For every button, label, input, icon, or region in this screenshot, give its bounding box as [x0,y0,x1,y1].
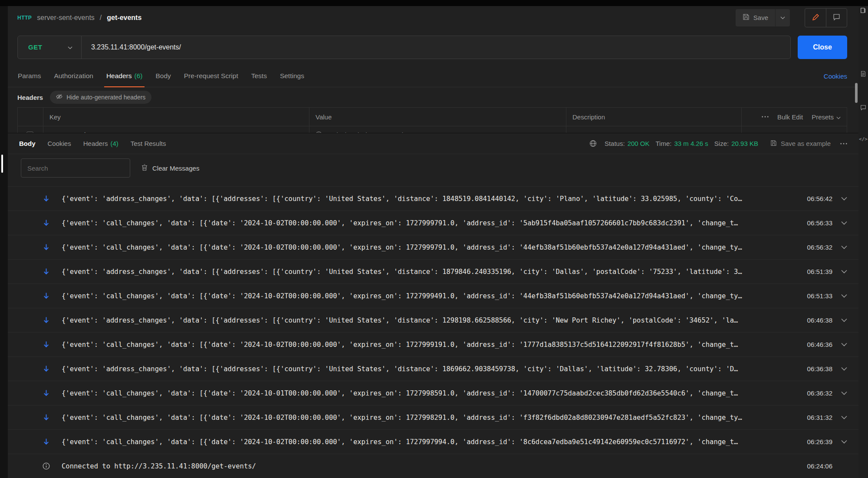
header-description-cell[interactable] [566,126,741,133]
comments-sidebar-icon[interactable] [860,104,867,111]
request-tab[interactable]: Authorization [47,65,99,87]
request-name[interactable]: get-events [107,14,141,22]
chevron-down-icon[interactable] [841,440,847,444]
headers-table: Key Value Description Bulk Edit Presets [17,107,847,133]
request-tab[interactable]: Params [11,65,47,87]
message-text: {'event': 'call_changes', 'data': [{'dat… [62,244,794,251]
request-tab[interactable]: Body [149,65,177,87]
chevron-down-icon[interactable] [841,343,847,346]
breadcrumb: HTTP server-sent-events / get-events [17,14,141,22]
response-tab[interactable]: Body [13,140,42,147]
response-panel: Body Cookies Headers (4) Test Res [8,133,858,478]
presets-label: Presets [812,113,834,121]
message-row[interactable]: {'event': 'call_changes', 'data': [{'dat… [8,429,858,454]
request-tab[interactable]: Settings [273,65,311,87]
message-row[interactable]: {'event': 'address_changes', 'data': [{'… [8,308,858,332]
response-tab[interactable]: Headers (4) [77,140,125,147]
tab-count: (4) [110,140,118,147]
request-tab[interactable]: Tests [245,65,273,87]
breadcrumb-separator: / [100,14,102,22]
chevron-down-icon[interactable] [841,294,847,298]
edit-comments-group [805,8,847,27]
message-row[interactable]: {'event': 'call_changes', 'data': [{'dat… [8,405,858,429]
message-row[interactable]: {'event': 'address_changes', 'data': [{'… [8,259,858,284]
chevron-down-icon[interactable] [841,221,847,225]
comments-button[interactable] [826,9,847,27]
presets-button[interactable]: Presets [812,113,841,121]
close-button[interactable]: Close [798,36,847,59]
headers-table-head: Key Value Description Bulk Edit Presets [18,108,847,126]
clear-messages-button[interactable]: Clear Messages [141,164,199,172]
response-tab[interactable]: Cookies [42,140,77,147]
cookies-link[interactable]: Cookies [824,73,847,80]
tab-label: Authorization [54,72,93,80]
docs-icon[interactable] [860,70,867,77]
column-header-key: Key [43,108,309,126]
arrow-down-icon [42,316,50,324]
message-row[interactable]: {'event': 'address_changes', 'data': [{'… [8,186,858,211]
code-icon[interactable]: </> [860,135,867,142]
save-options-button[interactable] [775,9,790,26]
hide-auto-headers-toggle[interactable]: Hide auto-generated headers [50,91,151,104]
message-row[interactable]: {'event': 'call_changes', 'data': [{'dat… [8,235,858,259]
column-header-description: Description [566,108,741,126]
message-row[interactable]: Connected to http://3.235.11.41:8000/get… [8,454,858,478]
response-meta: Status: 200 OK Time: 33 m 4.26 s Size: 2… [589,140,847,148]
globe-icon[interactable] [589,140,597,147]
library-icon[interactable] [860,7,867,14]
save-button[interactable]: Save [736,9,775,26]
request-tabs: Params Authorization Headers (6) Body [8,65,858,87]
chevron-down-icon[interactable] [841,245,847,249]
message-row[interactable]: {'event': 'call_changes', 'data': [{'dat… [8,211,858,235]
message-row[interactable]: {'event': 'address_changes', 'data': [{'… [8,356,858,381]
status-value: 200 OK [628,140,650,147]
message-time: 06:46:36 [807,341,832,348]
tab-label: Cookies [48,140,71,147]
search-input[interactable] [21,158,130,178]
chevron-down-icon[interactable] [841,391,847,395]
left-scrollbar-thumb[interactable] [1,155,3,173]
header-key-cell[interactable]: Postman-Token [43,126,309,133]
message-time: 06:36:32 [807,389,832,397]
message-row[interactable]: {'event': 'call_changes', 'data': [{'dat… [8,332,858,356]
message-time: 06:24:06 [807,462,832,470]
message-time: 06:56:42 [807,195,832,202]
response-more-actions-icon[interactable] [840,143,847,145]
message-time: 06:56:33 [807,219,832,227]
arrow-down-icon [42,292,50,300]
edit-request-button[interactable] [805,9,826,27]
response-toolbar: Clear Messages [8,154,858,182]
method-selector[interactable]: GET [18,36,81,59]
response-tab[interactable]: Test Results [125,140,172,147]
table-more-actions-icon[interactable] [762,116,769,118]
message-row[interactable]: {'event': 'call_changes', 'data': [{'dat… [8,381,858,405]
headers-meta-row: Headers Hide auto-generated headers [17,87,847,107]
chevron-down-icon[interactable] [841,318,847,322]
url-input[interactable] [82,36,790,59]
message-text: {'event': 'address_changes', 'data': [{'… [62,316,794,324]
chevron-down-icon[interactable] [841,197,847,201]
chevron-down-icon[interactable] [841,270,847,274]
message-time: 06:51:39 [807,268,832,275]
request-tab[interactable]: Headers (6) [100,65,149,87]
save-as-example-button[interactable]: Save as example [770,140,831,148]
request-pane: HTTP server-sent-events / get-events Sav… [8,6,858,478]
message-text: {'event': 'address_changes', 'data': [{'… [62,268,794,276]
bulk-edit-button[interactable]: Bulk Edit [777,113,803,121]
info-icon [42,462,50,470]
chevron-down-icon[interactable] [841,415,847,419]
chevron-down-icon[interactable] [841,367,847,371]
request-tab[interactable]: Pre-request Script [178,65,245,87]
arrow-down-icon [42,389,50,397]
header-value-cell[interactable]: <calculated when request is sent> [309,126,566,133]
response-tabs: Body Cookies Headers (4) Test Res [8,133,858,154]
collection-name[interactable]: server-sent-events [37,14,95,22]
arrow-down-icon [42,244,50,251]
save-icon [743,13,750,22]
message-text: {'event': 'address_changes', 'data': [{'… [62,365,794,373]
tab-label: Settings [280,72,304,80]
vertical-scrollbar-thumb[interactable] [855,83,858,103]
message-row[interactable]: {'event': 'call_changes', 'data': [{'dat… [8,284,858,308]
select-column [18,108,43,126]
message-text: Connected to http://3.235.11.41:8000/get… [62,462,794,470]
